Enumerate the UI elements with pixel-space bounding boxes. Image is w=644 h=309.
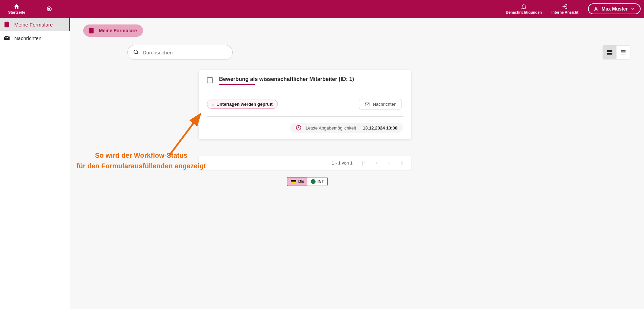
- sidebar-item-messages[interactable]: Nachrichten: [0, 31, 69, 45]
- status-row: » Unterlagen werden geprüft Nachrichten: [207, 99, 403, 109]
- form-title[interactable]: Bewerbung als wissenschaftlicher Mitarbe…: [219, 76, 403, 82]
- deadline-label: Letzte Abgabemöglichkeit: [306, 125, 356, 131]
- page-title: Meine Formulare: [99, 28, 137, 33]
- pagination-range: 1 - 1 von 1: [332, 160, 353, 166]
- page-title-chip[interactable]: Meine Formulare: [83, 24, 143, 37]
- notifications-label: Benachrichtigungen: [506, 10, 542, 14]
- sidebar-item-my-forms[interactable]: Meine Formulare: [0, 18, 69, 31]
- home-button[interactable]: Startseite: [3, 3, 30, 15]
- topbar: Startseite Benachrichtigungen Interne An…: [0, 0, 644, 18]
- user-menu[interactable]: Max Muster: [588, 3, 641, 14]
- internal-view-button[interactable]: Interne Ansicht: [551, 3, 578, 14]
- view-card-button[interactable]: [603, 46, 616, 59]
- exit-icon: [561, 3, 568, 10]
- form-card: Bewerbung als wissenschaftlicher Mitarbe…: [199, 70, 411, 139]
- svg-line-6: [169, 115, 199, 156]
- view-agenda-icon: [606, 49, 613, 56]
- svg-point-0: [595, 7, 597, 9]
- sidebar-item-label: Meine Formulare: [14, 22, 53, 28]
- svg-point-1: [134, 50, 138, 54]
- layout: Meine Formulare Nachrichten Meine Formul…: [0, 18, 644, 309]
- bell-icon: [521, 3, 527, 10]
- svg-rect-2: [607, 50, 612, 52]
- messages-button[interactable]: Nachrichten: [359, 99, 401, 109]
- deadline-value: 13.12.2024 13:00: [363, 125, 397, 131]
- main: Meine Formulare Bewerbung a: [70, 18, 644, 309]
- person-icon: [593, 6, 599, 12]
- search-input[interactable]: [143, 50, 227, 55]
- home-icon: [13, 3, 20, 10]
- view-list-button[interactable]: [616, 46, 630, 59]
- search-field[interactable]: [127, 45, 233, 60]
- sidebar: Meine Formulare Nachrichten: [0, 18, 70, 309]
- deadline-row: Letzte Abgabemöglichkeit 13.12.2024 13:0…: [207, 123, 403, 133]
- toolbar: [83, 45, 630, 60]
- view-toggle: [603, 45, 630, 59]
- card-header: Bewerbung als wissenschaftlicher Mitarbe…: [207, 76, 403, 85]
- lang-de-button[interactable]: DE: [287, 177, 307, 186]
- status-indicator-icon[interactable]: [47, 6, 52, 11]
- chevron-down-icon: [630, 6, 635, 11]
- search-icon: [133, 49, 139, 55]
- annotation-line-1: So wird der Workflow-Status: [76, 150, 206, 161]
- home-label: Startseite: [8, 10, 25, 14]
- workflow-status-chip[interactable]: » Unterlagen werden geprüft: [207, 100, 278, 109]
- topbar-right: Benachrichtigungen Interne Ansicht Max M…: [506, 3, 641, 14]
- mail-icon: [3, 35, 10, 41]
- status-label: Unterlagen werden geprüft: [216, 102, 272, 107]
- next-page-button[interactable]: ›: [387, 159, 391, 167]
- clock-icon: [296, 125, 302, 131]
- pagination: 1 - 1 von 1 |‹ ‹ › ›|: [199, 156, 411, 170]
- messages-label: Nachrichten: [373, 102, 396, 107]
- double-chevron-icon: »: [212, 102, 214, 107]
- deadline-chip: Letzte Abgabemöglichkeit 13.12.2024 13:0…: [290, 123, 403, 133]
- lang-int-button[interactable]: INT: [307, 177, 327, 186]
- notifications-button[interactable]: Benachrichtigungen: [506, 3, 542, 14]
- last-page-button[interactable]: ›|: [399, 159, 405, 167]
- svg-rect-3: [607, 53, 612, 55]
- sidebar-item-label: Nachrichten: [14, 35, 41, 41]
- prev-page-button[interactable]: ‹: [374, 159, 379, 167]
- divider: [207, 116, 403, 117]
- annotation-text: So wird der Workflow-Status für den Form…: [76, 150, 206, 171]
- clipboard-icon: [88, 27, 95, 34]
- select-checkbox[interactable]: [207, 77, 213, 83]
- internal-view-label: Interne Ansicht: [551, 10, 578, 14]
- lang-int-label: INT: [318, 179, 324, 184]
- title-underline: [219, 84, 255, 85]
- view-list-icon: [620, 49, 627, 56]
- clipboard-icon: [3, 21, 10, 28]
- lang-de-label: DE: [298, 179, 304, 184]
- flag-de-icon: [291, 180, 296, 184]
- user-name: Max Muster: [602, 6, 628, 12]
- first-page-button[interactable]: |‹: [361, 159, 366, 167]
- language-switch: DE INT: [287, 177, 328, 186]
- title-block: Bewerbung als wissenschaftlicher Mitarbe…: [219, 76, 403, 85]
- mail-icon: [364, 102, 370, 107]
- annotation: So wird der Workflow-Status für den Form…: [76, 150, 206, 171]
- annotation-line-2: für den Formularausfüllenden angezeigt: [76, 161, 206, 171]
- topbar-left: Startseite: [3, 3, 52, 15]
- globe-icon: [311, 179, 316, 184]
